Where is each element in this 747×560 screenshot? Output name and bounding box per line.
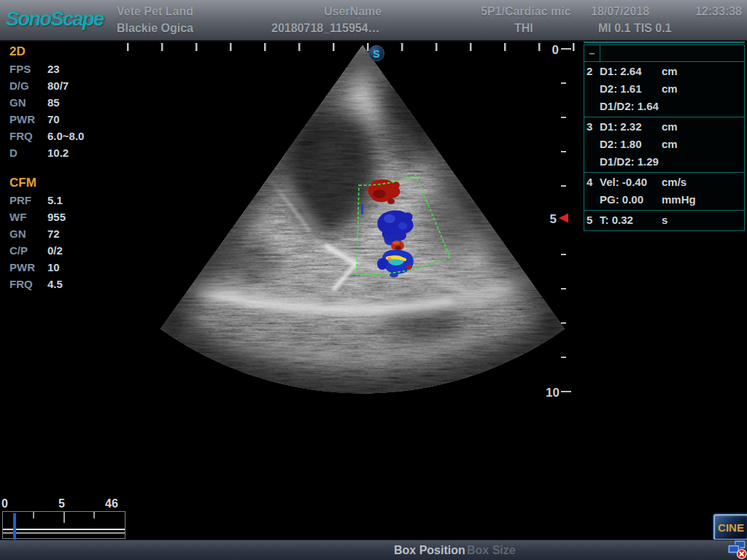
measurement-line: 5T: 0.32s [584,211,744,229]
param-row: GN85 [9,94,84,111]
measurement-number [584,136,600,153]
measurement-unit: cm/s [662,174,686,191]
measurement-line: D2: 1.61cm [584,80,744,98]
sonoscape-logo: SonoScape [6,8,104,31]
parameter-sidebar: 2D FPS23 D/G80/7 GN85 PWR70 FRQ6.0~8.0 D… [9,42,84,292]
measurement-rows: 2D1: 2.64cm D2: 1.61cm D1/D2: 1.64 3D1: … [584,62,745,231]
grayscale-min-label: 0 [1,497,8,510]
depth-label-10: 10 [546,386,560,400]
flow-blue-dash [361,203,363,214]
measurement-number [584,191,600,209]
cfm-parameter-section: CFM PRF5.1 WF955 GN72 C/P0/2 PWR10 FRQ4.… [9,174,84,292]
measurement-value: Vel: -0.40 [600,174,662,191]
measurement-panel-header: – [584,44,745,62]
measurement-value: PG: 0.00 [600,191,662,209]
network-status-icon [727,540,747,559]
measurement-row: 3D1: 2.32cm D2: 1.80cm D1/D2: 1.29 [584,117,744,173]
patient-name: Vete Pet Land [117,5,193,18]
user-name: UserName [324,5,382,18]
softkey-box-position[interactable]: Box Position [394,540,465,560]
flow-red-tail [387,198,395,204]
header-bar: SonoScape Vete Pet Land Blackie Ogica Us… [0,0,747,42]
measurement-unit: cm [662,136,678,153]
cine-button[interactable]: CINE [713,514,747,540]
measurement-unit: cm [662,80,678,98]
grayscale-cursor[interactable] [13,513,16,541]
measurement-row: 5T: 0.32s [584,211,744,231]
measurement-row: 2D1: 2.64cm D2: 1.61cm D1/D2: 1.64 [584,62,744,117]
measurement-value: D1/D2: 1.29 [600,153,662,171]
measurement-value: D2: 1.80 [600,136,662,153]
grayscale-curve-box [2,511,125,539]
measurement-number: 5 [584,211,600,229]
measurement-line: D1/D2: 1.64 [584,98,744,115]
flow-blue-patch [398,222,407,230]
patient-id: Blackie Ogica [117,22,193,35]
depth-ruler: 0 5 10 [546,43,571,400]
measurement-number: 4 [584,174,600,191]
param-row: PWR10 [9,259,84,276]
2d-parameter-section: 2D FPS23 D/G80/7 GN85 PWR70 FRQ6.0~8.0 D… [9,42,84,161]
top-ruler [127,43,575,51]
monitor-screen [729,546,738,551]
gray-curve-line-secondary [3,532,125,534]
focus-marker-icon[interactable] [559,214,568,223]
measurement-line: 4Vel: -0.40cm/s [584,174,744,191]
flow-red-speck [406,265,412,269]
orientation-marker: S [369,46,384,61]
param-row: FPS23 [9,61,84,77]
measurement-value: D2: 1.61 [600,80,662,98]
flow-blue-patch [384,214,395,223]
measurement-unit: cm [662,118,678,136]
param-row: PWR70 [9,111,84,128]
measurement-line: D1/D2: 1.29 [584,153,744,171]
thi-mode: THI [514,22,533,35]
measurement-number: 2 [584,63,600,80]
measurement-row: 4Vel: -0.40cm/s PG: 0.00mmHg [584,173,744,211]
echo-image: S 0 [117,40,589,412]
param-row: GN72 [9,225,84,242]
exam-date: 18/07/2018 [591,5,649,18]
param-row: PRF5.1 [9,192,84,209]
section-title-2d: 2D [9,42,84,61]
monitor-stand [731,553,736,555]
depth-label-0: 0 [552,43,559,57]
sector-image [117,40,589,412]
ultrasound-screen: SonoScape Vete Pet Land Blackie Ogica Us… [0,0,747,560]
measurement-list-marker: – [584,45,600,61]
orientation-marker-letter: S [373,48,379,60]
param-row: FRQ4.5 [9,276,84,292]
measurement-line: 3D1: 2.32cm [584,118,744,136]
grayscale-tick [33,512,34,518]
softkey-box-size[interactable]: Box Size [467,540,516,560]
flow-red-core [373,190,386,198]
panel-top-line [584,42,745,43]
measurement-value: D1: 2.32 [600,118,662,136]
measurement-line: PG: 0.00mmHg [584,191,744,209]
flow-orange-dot [388,257,392,261]
measurement-value: D1/D2: 1.64 [600,98,662,115]
grayscale-tick [93,512,95,518]
measurement-number [584,153,600,171]
grayscale-max-label: 46 [105,497,118,510]
measurement-number [584,80,600,98]
measurement-line: 2D1: 2.64cm [584,63,744,80]
flow-orange-edge [392,241,400,245]
param-row: FRQ6.0~8.0 [9,128,84,144]
measurement-unit: mmHg [662,191,696,209]
param-row: D10.2 [9,144,84,161]
measurement-panel: – 2D1: 2.64cm D2: 1.61cm D1/D2: 1.64 3D1… [584,42,745,231]
measurement-number: 3 [584,118,600,136]
measurement-number [584,98,600,115]
measurement-unit: cm [662,63,678,80]
grayscale-mid-label: 5 [58,497,65,510]
depth-label-5: 5 [550,212,557,226]
grayscale-tick [63,512,65,523]
param-row: C/P0/2 [9,242,84,259]
param-row: WF955 [9,209,84,225]
gray-curve-line [3,529,125,530]
measurement-unit: s [662,211,667,229]
mi-tis-values: MI 0.1 TIS 0.1 [598,22,671,35]
clock: 12:33:38 [695,5,742,18]
flow-blue-bump [377,258,387,270]
